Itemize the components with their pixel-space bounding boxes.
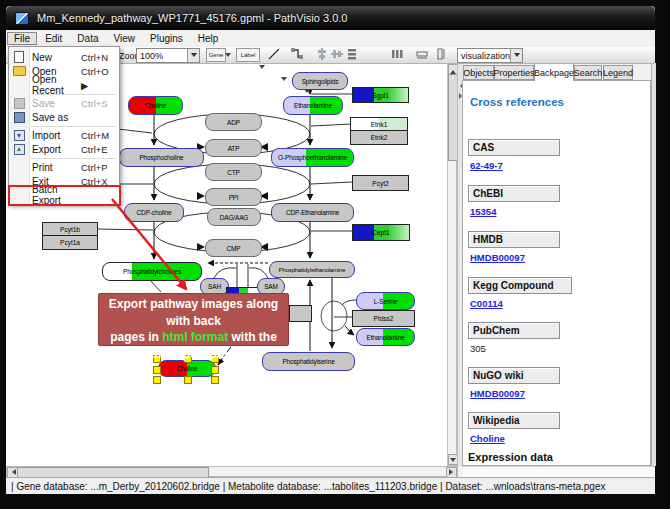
save-icon	[14, 98, 25, 109]
selection-handle[interactable]	[211, 376, 219, 384]
tab-legend[interactable]: Legend	[603, 65, 633, 80]
visualization-combobox[interactable]: visualization	[457, 48, 523, 63]
batch-export-highlight-box	[8, 185, 121, 206]
tab-backpage[interactable]: Backpage	[534, 63, 574, 81]
status-text: | Gene database: ...m_Derby_20120602.bri…	[11, 481, 605, 492]
node-cdp-choline[interactable]: CDP-choline	[124, 203, 184, 222]
title-bar[interactable]: Mm_Kennedy_pathway_WP1771_45176.gpml - P…	[6, 6, 655, 30]
node-pcyt2[interactable]: Pcyt2	[352, 175, 409, 191]
xref-value: HMDB00097	[470, 252, 525, 263]
annotation-callout: Export pathway images along with back pa…	[98, 293, 289, 346]
zoom-combobox[interactable]: 100%	[136, 48, 200, 63]
window-title: Mm_Kennedy_pathway_WP1771_45176.gpml - P…	[37, 12, 347, 24]
cross-references-heading: Cross references	[470, 96, 564, 108]
xref-link-nugo[interactable]: HMDB00097	[470, 388, 525, 399]
datanode-tool-button[interactable]: Gene	[206, 48, 226, 62]
xref-link-cas[interactable]: 62-49-7	[470, 160, 503, 171]
node-cmp[interactable]: CMP	[205, 239, 262, 257]
chevron-down-icon[interactable]	[281, 72, 288, 84]
xref-value: Choline	[470, 433, 505, 444]
xref-text-pubchem: 305	[470, 343, 486, 354]
node-phosphocholine[interactable]: Phosphocholine	[119, 148, 204, 167]
xref-value: 62-49-7	[470, 160, 503, 171]
callout-highlight: html format	[162, 330, 228, 344]
xref-section-cas: CAS	[468, 139, 560, 156]
file-menu-dropdown: NewCtrl+N OpenCtrl+O Open Recent ▶ SaveC…	[8, 46, 120, 205]
callout-line3: HtmlExport plugin	[99, 346, 288, 363]
xref-value: 15354	[470, 206, 496, 217]
node-atp[interactable]: ATP	[205, 139, 262, 157]
node-gene-partial[interactable]	[289, 305, 312, 322]
node-adp[interactable]: ADP	[205, 113, 262, 131]
canvas-hscrollbar[interactable]	[6, 466, 458, 477]
callout-line2: pages in html format with the	[99, 329, 288, 346]
chevron-down-icon[interactable]	[304, 84, 311, 96]
node-cept1[interactable]: Cept1	[352, 224, 410, 241]
xref-section-hmdb: HMDB	[468, 231, 560, 248]
app-icon	[15, 12, 29, 25]
node-sgpl1[interactable]: Sgpl1	[352, 87, 409, 103]
status-bar: | Gene database: ...m_Derby_20120602.bri…	[6, 477, 655, 494]
xref-link-hmdb[interactable]: HMDB00097	[470, 252, 525, 263]
node-sphingolipids[interactable]: Sphingolipids	[292, 72, 348, 90]
xref-section-nugo: NuGO wiki	[468, 367, 560, 384]
screenshot-root: { "window": { "title": "Mm_Kennedy_pathw…	[0, 0, 670, 509]
file-menu-open-recent[interactable]: Open Recent ▶	[9, 78, 119, 92]
menu-data[interactable]: Data	[70, 32, 105, 45]
xref-link-kegg[interactable]: C00114	[470, 298, 503, 309]
tab-properties[interactable]: Properties	[494, 65, 534, 80]
node-ethanolamine-bottom[interactable]: Ethanolamine	[356, 328, 415, 346]
node-pcyt1a[interactable]: Pcyt1a	[42, 235, 98, 250]
node-ptdss2[interactable]: Ptdss2	[352, 310, 415, 327]
selection-handle[interactable]	[153, 366, 161, 374]
chevron-down-icon[interactable]	[510, 49, 522, 62]
menu-file[interactable]: File	[7, 32, 37, 45]
file-menu-new[interactable]: NewCtrl+N	[9, 50, 119, 64]
expression-data-heading: Expression data	[468, 451, 553, 463]
chevron-down-icon[interactable]	[225, 48, 232, 60]
selection-handle[interactable]	[211, 366, 219, 374]
node-ppi[interactable]: PPi	[205, 188, 262, 206]
file-menu-print[interactable]: PrintCtrl+P	[9, 160, 119, 174]
selection-handle[interactable]	[184, 376, 192, 384]
export-icon	[14, 144, 25, 155]
node-choline-selected[interactable]: Choline	[158, 360, 216, 377]
node-phosphatidylcholines[interactable]: Phosphatidylcholines	[102, 262, 202, 281]
node-choline-top[interactable]: Choline	[128, 96, 183, 115]
tab-objects[interactable]: Objects	[463, 65, 494, 80]
open-folder-icon	[13, 66, 26, 76]
file-menu-import[interactable]: ImportCtrl+M	[9, 128, 119, 142]
node-phosphatidylethanolamine[interactable]: Phosphatidylethanolamine	[269, 261, 355, 278]
menu-view[interactable]: View	[106, 32, 142, 45]
label-tool-button[interactable]: Label	[236, 48, 260, 62]
tab-search[interactable]: Search	[574, 65, 602, 80]
xref-section-pubchem: PubChem	[468, 322, 560, 339]
node-ctp[interactable]: CTP	[205, 163, 262, 181]
node-cdp-ethanolamine[interactable]: CDP-Ethanolamine	[271, 203, 354, 222]
xref-section-wikipedia: Wikipedia	[468, 412, 560, 429]
node-l-serine[interactable]: L-Serine	[356, 292, 415, 310]
file-menu-save-as[interactable]: Save as	[9, 110, 119, 124]
node-o-phosphoethanolamine[interactable]: O-Phosphoethanolamine	[271, 148, 354, 167]
node-ethanolamine-top[interactable]: Ethanolamine	[283, 96, 343, 115]
menu-plugins[interactable]: Plugins	[143, 32, 190, 45]
callout-line1: Export pathway images along with back	[99, 296, 288, 329]
xref-value: HMDB00097	[470, 388, 525, 399]
xref-value: C00114	[470, 298, 503, 309]
submenu-arrow-icon: ▶	[81, 80, 119, 91]
panel-scrollbar[interactable]	[651, 63, 656, 466]
node-etnk2[interactable]: Etnk2	[350, 130, 408, 145]
file-menu-save: SaveCtrl+S	[9, 96, 119, 110]
import-icon	[14, 130, 25, 141]
chevron-down-icon[interactable]	[187, 49, 199, 62]
xref-link-chebi[interactable]: 15354	[470, 206, 496, 217]
file-menu-export[interactable]: ExportCtrl+E	[9, 142, 119, 156]
menu-help[interactable]: Help	[191, 32, 226, 45]
selection-handle[interactable]	[153, 376, 161, 384]
node-dag-aag[interactable]: DAG/AAG	[207, 208, 261, 226]
new-document-icon	[14, 51, 24, 63]
xref-link-wikipedia[interactable]: Choline	[470, 433, 505, 444]
menu-edit[interactable]: Edit	[38, 32, 69, 45]
chevron-down-icon[interactable]	[259, 60, 266, 72]
canvas-vscrollbar[interactable]	[447, 63, 457, 466]
